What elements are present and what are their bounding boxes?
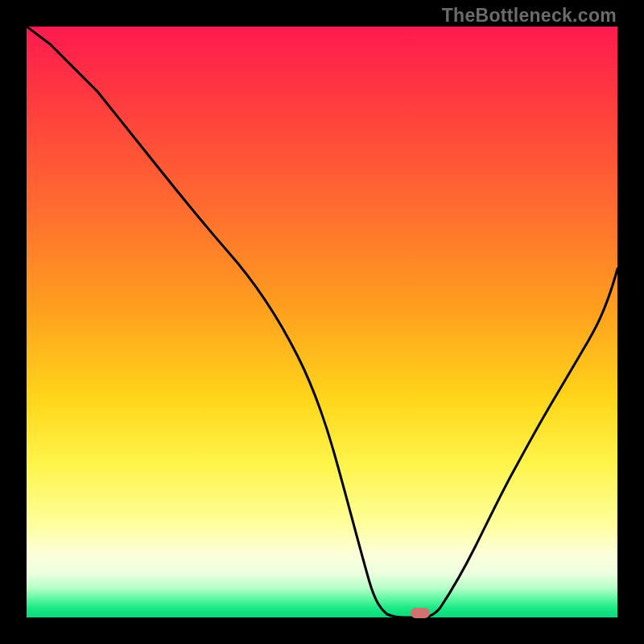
bottleneck-curve	[27, 27, 617, 617]
optimal-marker	[411, 608, 430, 618]
chart-svg	[27, 27, 617, 617]
chart-frame: TheBottleneck.com	[0, 0, 644, 644]
watermark-text: TheBottleneck.com	[442, 5, 617, 27]
